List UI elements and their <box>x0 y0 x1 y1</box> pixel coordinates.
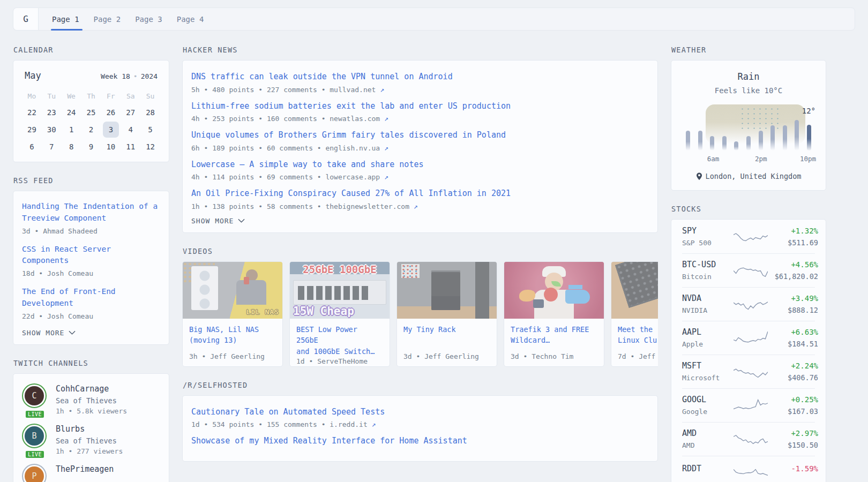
hn-item-title[interactable]: Unique volumes of Brothers Grimm fairy t… <box>191 129 649 141</box>
hn-show-more-button[interactable]: SHOW MORE <box>191 217 649 225</box>
video-meta: 7d • Jeff Geerling <box>618 352 658 360</box>
reddit-item-title[interactable]: Cautionary Tale on Automated Speed Tests <box>191 406 649 418</box>
video-thumbnail[interactable] <box>397 262 497 319</box>
stock-change: +3.49% <box>768 294 818 303</box>
hn-item-meta: 5h • 480 points • 227 comments • mullvad… <box>191 86 649 94</box>
calendar-day: 27 <box>121 104 140 121</box>
video-card[interactable]: 25GbE 100GbE 15W Cheap BEST Low Power 25… <box>289 261 390 367</box>
rss-section-label: RSS FEED <box>13 176 169 185</box>
video-thumbnail[interactable]: LIL NAS <box>183 262 282 319</box>
reddit-item: Cautionary Tale on Automated Speed Tests… <box>191 406 649 429</box>
tab-page-3[interactable]: Page 3 <box>135 8 162 30</box>
rss-item-title[interactable]: CSS in React Server Components <box>22 244 160 267</box>
stock-row-nvda[interactable]: NVDANVIDIA+3.49%$888.12 <box>682 287 815 321</box>
avatar: C LIVE <box>22 383 48 415</box>
video-title[interactable]: My Tiny Rack <box>403 324 490 335</box>
stock-sparkline <box>734 262 768 278</box>
twitch-channel-name[interactable]: Blurbs <box>56 424 123 434</box>
tab-page-4[interactable]: Page 4 <box>177 8 204 30</box>
stock-row-rddt[interactable]: RDDT-1.59% <box>682 456 815 482</box>
twitch-channel-meta: 1h • 277 viewers <box>56 447 123 455</box>
app-logo[interactable]: G <box>13 8 39 30</box>
weather-bar <box>698 131 702 150</box>
stock-row-msft[interactable]: MSFTMicrosoft+2.24%$406.76 <box>682 355 815 388</box>
video-card[interactable]: FAS Meet the Linux Clu 7d • Jeff Geerlin… <box>611 261 658 367</box>
external-link-icon[interactable]: ↗ <box>384 115 388 123</box>
hacker-news-widget: DNS traffic can leak outside the VPN tun… <box>182 60 658 233</box>
weather-chart: 12° <box>685 106 812 150</box>
top-nav: G Page 1 Page 2 Page 3 Page 4 <box>13 7 855 31</box>
stock-row-aapl[interactable]: AAPLApple+6.63%$184.51 <box>682 321 815 355</box>
stock-row-spy[interactable]: SPYS&P 500+1.32%$511.69 <box>682 220 815 253</box>
weather-bar <box>722 136 727 150</box>
stock-row-btc-usd[interactable]: BTC-USDBitcoin+4.56%$61,820.02 <box>682 253 815 287</box>
video-card[interactable]: LIL NAS Big NAS, Lil NAS (moving 13) 3h … <box>182 261 283 367</box>
selfhosted-section-label: /R/SELFHOSTED <box>183 381 658 389</box>
twitch-channel-blurbs[interactable]: B LIVE Blurbs Sea of Thieves 1h • 277 vi… <box>22 424 160 455</box>
videos-row: LIL NAS Big NAS, Lil NAS (moving 13) 3h … <box>182 261 658 367</box>
rss-show-more-button[interactable]: SHOW MORE <box>22 329 160 337</box>
external-link-icon[interactable]: ↗ <box>414 202 418 210</box>
stock-row-googl[interactable]: GOOGLGoogle+0.25%$167.03 <box>682 388 815 422</box>
video-meta: 3h • Jeff Geerling <box>189 352 276 360</box>
external-link-icon[interactable]: ↗ <box>384 144 388 152</box>
dashboard-grid: CALENDAR May Week 18•2024 MoTuWeThFrSaSu… <box>0 31 868 482</box>
stock-change: -1.59% <box>768 464 818 473</box>
calendar-day: 25 <box>81 104 101 121</box>
rss-item-title[interactable]: Handling The Indentation of a Treeview C… <box>22 201 160 224</box>
video-card[interactable]: Traefik 3 and FREE Wildcard… 3d • Techno… <box>504 261 604 367</box>
twitch-channel-name[interactable]: ThePrimeagen <box>56 464 114 474</box>
hn-item-title[interactable]: An Oil Price-Fixing Conspiracy Caused 27… <box>191 187 649 200</box>
external-link-icon[interactable]: ↗ <box>372 420 376 428</box>
video-title[interactable]: Meet the Linux Clu <box>618 324 658 347</box>
hn-item-meta: 6h • 189 points • 60 comments • english.… <box>191 144 649 152</box>
stock-ticker: AMD <box>682 428 734 438</box>
stocks-section-label: STOCKS <box>671 205 826 213</box>
stock-row-amd[interactable]: AMDAMD+2.97%$150.50 <box>682 422 815 456</box>
hn-item-title[interactable]: Lithium-free sodium batteries exit the l… <box>191 100 649 112</box>
weather-temp-label: 12° <box>802 107 815 115</box>
video-thumbnail[interactable] <box>504 262 604 319</box>
tab-page-2[interactable]: Page 2 <box>94 8 121 30</box>
stock-change: +1.32% <box>768 227 818 235</box>
twitch-channel-cohhcarnage[interactable]: C LIVE CohhCarnage Sea of Thieves 1h • 5… <box>22 383 160 415</box>
reddit-item-title[interactable]: Showcase of my Mixed Reality Interface f… <box>191 435 649 447</box>
video-meta: 3d • Techno Tim <box>511 352 597 360</box>
left-column: CALENDAR May Week 18•2024 MoTuWeThFrSaSu… <box>13 46 169 482</box>
twitch-channel-theprimeagen[interactable]: P ThePrimeagen <box>22 464 160 482</box>
stock-ticker: GOOGL <box>682 395 734 404</box>
weather-bar <box>686 131 690 150</box>
twitch-channel-name[interactable]: CohhCarnage <box>56 384 127 394</box>
weather-bar <box>710 136 714 150</box>
hn-item-title[interactable]: DNS traffic can leak outside the VPN tun… <box>191 71 649 83</box>
video-title[interactable]: BEST Low Power 25GbE and 100GbE Switch… <box>296 324 383 358</box>
page-tabs: Page 1 Page 2 Page 3 Page 4 <box>52 8 204 30</box>
stock-sparkline <box>734 229 768 245</box>
hn-item: Unique volumes of Brothers Grimm fairy t… <box>191 129 649 152</box>
video-title[interactable]: Big NAS, Lil NAS (moving 13) <box>189 324 276 347</box>
calendar-day: 2 <box>81 122 101 138</box>
external-link-icon[interactable]: ↗ <box>384 173 388 181</box>
video-title[interactable]: Traefik 3 and FREE Wildcard… <box>511 324 597 347</box>
stock-ticker: NVDA <box>682 293 734 303</box>
video-thumbnail[interactable]: 25GbE 100GbE 15W Cheap <box>290 262 390 319</box>
calendar-day: 26 <box>101 104 121 121</box>
weather-bar <box>795 120 799 150</box>
calendar-grid: MoTuWeThFrSaSu22232425262728293012345678… <box>22 89 160 155</box>
stock-change: +6.63% <box>768 328 818 336</box>
calendar-day: 12 <box>140 139 160 155</box>
tab-page-1[interactable]: Page 1 <box>52 8 79 30</box>
chevron-down-icon <box>69 330 76 335</box>
calendar-day-header: Sa <box>121 89 140 104</box>
video-card[interactable]: My Tiny Rack 3d • Jeff Geerling <box>396 261 497 367</box>
rss-item-meta: 18d • Josh Comeau <box>22 269 160 277</box>
hn-item-title[interactable]: Lowercase – A simple way to take and sha… <box>191 159 649 171</box>
weather-bar <box>759 131 763 150</box>
stock-price: $150.50 <box>768 441 818 449</box>
external-link-icon[interactable]: ↗ <box>380 86 384 94</box>
rss-item-title[interactable]: The End of Front-End Development <box>22 286 160 310</box>
stock-ticker: AAPL <box>682 327 734 337</box>
hn-item-meta: 4h • 114 points • 69 comments • lowercas… <box>191 173 649 181</box>
calendar-day: 24 <box>62 104 81 121</box>
video-thumbnail[interactable]: FAS <box>611 262 658 319</box>
